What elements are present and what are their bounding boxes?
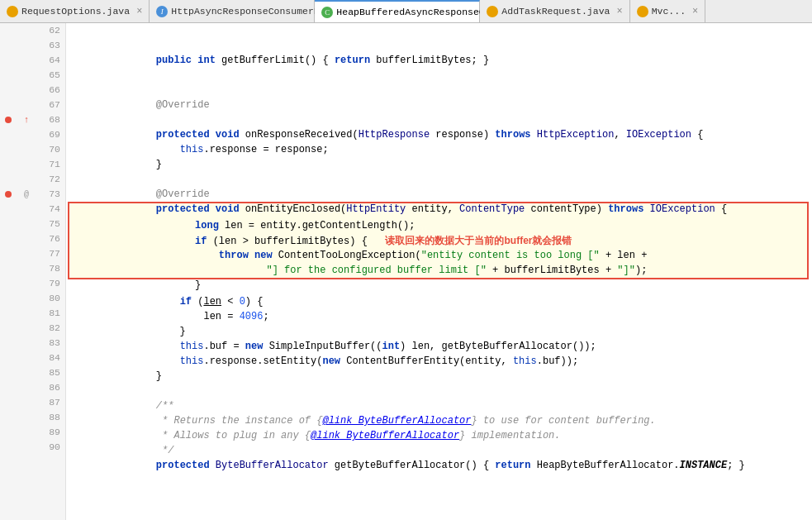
tab-icon-http-async: I	[156, 6, 168, 17]
m2-80	[17, 291, 36, 306]
tab-label-request-options: RequestOptions.java	[21, 6, 130, 17]
tab-icon-add-task	[487, 6, 498, 17]
ln-85: 85	[36, 365, 65, 380]
breakpoint-68[interactable]	[5, 117, 12, 123]
m2-71	[17, 157, 36, 172]
ln-88: 88	[36, 410, 65, 425]
marker-83	[0, 336, 17, 351]
marker-87	[0, 395, 17, 410]
marker-74	[0, 202, 17, 217]
override-72: @Override	[156, 188, 210, 200]
m2-81	[17, 306, 36, 321]
m2-82	[17, 321, 36, 336]
m2-64	[17, 53, 36, 68]
m2-85	[17, 365, 36, 380]
method-getbufferlimit: getBufferLimit	[221, 55, 305, 66]
marker-90	[0, 440, 17, 455]
ln-69: 69	[36, 127, 65, 142]
breakpoint-73[interactable]	[5, 191, 12, 198]
m2-88	[17, 410, 36, 425]
kw-void: void	[216, 129, 240, 141]
tab-mvc[interactable]: Mvc... ×	[630, 0, 706, 22]
tab-bar[interactable]: RequestOptions.java × I HttpAsyncRespons…	[0, 0, 812, 23]
m2-67	[17, 98, 36, 112]
kw-this4: this	[513, 355, 537, 367]
marker-86	[0, 380, 17, 395]
tab-request-options[interactable]: RequestOptions.java ×	[0, 0, 150, 22]
comment-86: /**	[156, 400, 174, 412]
comment-89: */	[156, 445, 174, 456]
tab-heap-buffered[interactable]: C HeapBufferedAsyncResponseConsumer.java…	[315, 0, 480, 22]
m2-62	[17, 23, 36, 38]
m2-83	[17, 336, 36, 351]
str-close-bracket: "]"	[617, 265, 635, 276]
marker-64	[0, 53, 17, 68]
marker-80	[0, 291, 17, 306]
marker-78	[0, 261, 17, 276]
tab-close-mvc[interactable]: ×	[692, 6, 698, 17]
ln-62: 62	[36, 23, 65, 38]
m2-90	[17, 440, 36, 455]
ln-76: 76	[36, 231, 65, 246]
type-ioexception: IOException	[626, 129, 691, 141]
kw-protected: protected	[156, 129, 210, 141]
ln-82: 82	[36, 321, 65, 336]
type-httpexception: HttpException	[537, 129, 615, 141]
gutter-markers	[0, 23, 17, 520]
kw-long: long	[195, 220, 219, 231]
m2-66	[17, 83, 36, 98]
m2-70	[17, 142, 36, 157]
ln-73: 73	[36, 187, 65, 202]
kw-if: if	[195, 236, 207, 247]
marker-68[interactable]	[0, 112, 17, 127]
m2-84	[17, 351, 36, 365]
ln-78: 78	[36, 261, 65, 276]
ln-79: 79	[36, 276, 65, 291]
code-lines: public int getBufferLimit() { return buf…	[66, 23, 812, 458]
marker-75	[0, 217, 17, 231]
link-bytebufferallocator: @link ByteBufferAllocator	[322, 415, 471, 427]
ln-67: 67	[36, 98, 65, 112]
line-63: public int getBufferLimit() { return buf…	[66, 38, 812, 53]
marker-62	[0, 23, 17, 38]
m2-72	[17, 172, 36, 187]
m2-68: ↑	[17, 112, 36, 127]
m2-75	[17, 217, 36, 231]
m2-63	[17, 38, 36, 53]
tab-http-async[interactable]: I HttpAsyncResponseConsumerFactory.java …	[150, 0, 315, 22]
type-contenttype: ContentType	[459, 203, 525, 215]
m2-77	[17, 246, 36, 261]
tab-close-request-options[interactable]: ×	[136, 6, 142, 17]
kw-return2: return	[495, 460, 530, 471]
ln-68: 68	[36, 112, 65, 127]
marker-65	[0, 68, 17, 83]
m2-89	[17, 425, 36, 440]
type-httpresponse: HttpResponse	[359, 129, 430, 141]
ln-65: 65	[36, 68, 65, 83]
kw-throws: throws	[495, 129, 530, 141]
tab-add-task[interactable]: AddTaskRequest.java ×	[480, 0, 629, 22]
tab-icon-heap-buffered: C	[321, 7, 333, 18]
code-content[interactable]: public int getBufferLimit() { return buf…	[66, 23, 812, 520]
comment-88: * Allows to plug in any {@link ByteBuffe…	[156, 430, 561, 441]
ln-90: 90	[36, 440, 65, 455]
ln-87: 87	[36, 395, 65, 410]
line-numbers: 62 63 64 65 66 67 68 69 70 71 72 73 74 7…	[36, 23, 66, 520]
kw-this2: this	[180, 341, 204, 352]
line-85	[66, 369, 812, 384]
marker-72	[0, 172, 17, 187]
kw-throws2: throws	[608, 203, 643, 215]
ln-64: 64	[36, 53, 65, 68]
marker-81	[0, 306, 17, 321]
line-72: @Override	[66, 172, 812, 187]
m2-69	[17, 127, 36, 142]
str-entity-content: "entity content is too long ["	[421, 250, 600, 261]
tab-close-add-task[interactable]: ×	[616, 6, 622, 17]
chinese-annotation: 读取回来的数据大于当前的buffer就会报错	[385, 235, 572, 246]
kw-int: int	[197, 55, 216, 66]
marker-79	[0, 276, 17, 291]
ide-window: RequestOptions.java × I HttpAsyncRespons…	[0, 0, 812, 520]
at-marker-73: @	[24, 190, 29, 199]
method-onentityenclosed: onEntityEnclosed	[245, 203, 340, 215]
marker-73[interactable]	[0, 187, 17, 202]
